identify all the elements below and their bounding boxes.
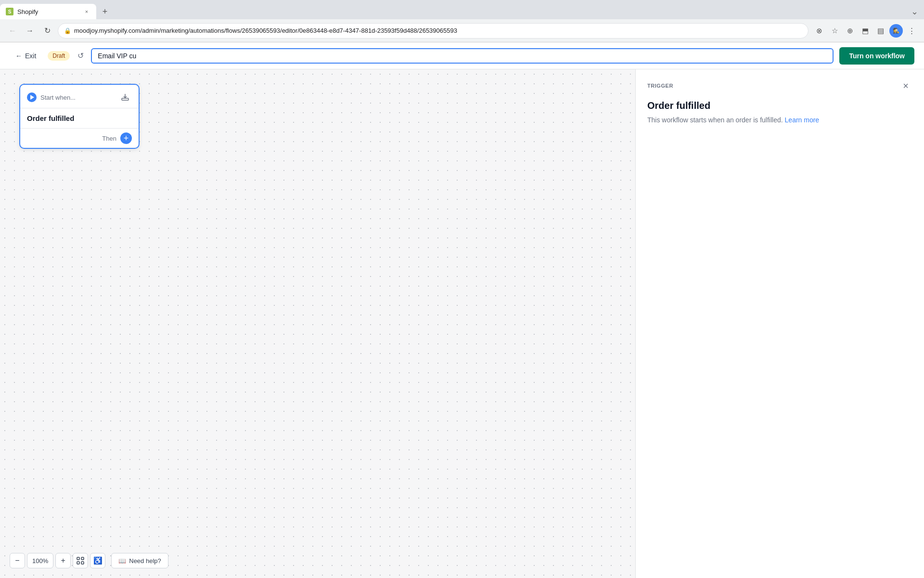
- exit-button[interactable]: ← Exit: [10, 49, 42, 63]
- add-step-button[interactable]: +: [120, 132, 132, 144]
- svg-rect-2: [77, 557, 79, 560]
- help-book-icon: 📖: [118, 557, 126, 565]
- zoom-level-text: 100%: [32, 557, 48, 565]
- forward-button[interactable]: →: [23, 24, 37, 38]
- node-start-when-label: Start when...: [40, 94, 76, 101]
- incognito-label: 🕵: [893, 27, 899, 34]
- zoom-minus-icon: −: [15, 556, 19, 565]
- refresh-icon: ↻: [44, 26, 51, 35]
- screenshot-button[interactable]: ⬒: [859, 24, 872, 38]
- node-trigger-title: Order fulfilled: [27, 114, 132, 122]
- draft-badge: Draft: [48, 51, 70, 61]
- extensions-button[interactable]: ⊕: [843, 24, 857, 38]
- workflow-trigger-node[interactable]: Start when... Order fulfilled Then +: [19, 84, 140, 149]
- sidebar-button[interactable]: ▤: [874, 24, 887, 38]
- node-header-left: Start when...: [27, 92, 76, 102]
- tab-title: Shopify: [17, 8, 79, 15]
- tab-close-button[interactable]: ×: [83, 8, 90, 15]
- back-icon: ←: [9, 26, 16, 35]
- lock-icon: 🔒: [64, 27, 71, 34]
- history-button[interactable]: ↺: [76, 51, 85, 61]
- accessibility-button[interactable]: ♿: [90, 553, 105, 568]
- node-body: Order fulfilled: [20, 108, 139, 128]
- workflow-name-input[interactable]: [91, 48, 834, 64]
- extensions-disabled-icon[interactable]: ⊗: [812, 24, 826, 38]
- canvas-toolbar: − 100% + ♿ 📖 Need help?: [10, 553, 168, 568]
- fit-to-screen-button[interactable]: [73, 553, 88, 568]
- browser-minimize-icon: ⌄: [911, 6, 918, 17]
- panel-body: Order fulfilled This workflow starts whe…: [636, 92, 924, 133]
- learn-more-link[interactable]: Learn more: [785, 116, 820, 124]
- forward-icon: →: [26, 26, 34, 35]
- fit-icon: [77, 557, 84, 565]
- panel-trigger-label: TRIGGER: [647, 83, 673, 89]
- then-label: Then: [102, 135, 116, 142]
- history-icon: ↺: [77, 51, 84, 60]
- main-layout: Start when... Order fulfilled Then +: [0, 69, 924, 578]
- canvas-area[interactable]: Start when... Order fulfilled Then +: [0, 69, 635, 578]
- svg-rect-5: [81, 562, 84, 564]
- node-header: Start when...: [20, 85, 139, 108]
- exit-icon: ←: [15, 52, 22, 60]
- tab-favicon: S: [6, 8, 13, 15]
- add-step-icon: +: [124, 134, 129, 143]
- accessibility-icon: ♿: [93, 556, 103, 565]
- trigger-icon: [27, 92, 37, 102]
- zoom-plus-icon: +: [61, 556, 65, 565]
- bookmark-button[interactable]: ☆: [828, 24, 841, 38]
- url-text: moodjoy.myshopify.com/admin/marketing/au…: [74, 27, 802, 34]
- zoom-in-button[interactable]: +: [55, 553, 71, 568]
- new-tab-button[interactable]: +: [98, 5, 112, 18]
- svg-rect-0: [122, 98, 128, 100]
- refresh-button[interactable]: ↻: [40, 24, 54, 38]
- panel-header: TRIGGER ×: [636, 69, 924, 92]
- trigger-arrow-icon: [30, 95, 34, 100]
- help-button[interactable]: 📖 Need help?: [111, 553, 168, 568]
- svg-rect-3: [81, 557, 84, 560]
- close-icon: ×: [903, 80, 909, 92]
- panel-close-button[interactable]: ×: [899, 79, 912, 92]
- help-label: Need help?: [129, 557, 161, 565]
- profile-button[interactable]: 🕵: [889, 24, 903, 38]
- panel-title: Order fulfilled: [647, 100, 912, 111]
- node-export-button[interactable]: [118, 91, 132, 104]
- export-icon: [121, 93, 129, 101]
- turn-on-workflow-button[interactable]: Turn on workflow: [839, 47, 914, 65]
- exit-label: Exit: [25, 52, 36, 60]
- browser-tab[interactable]: S Shopify ×: [0, 4, 96, 19]
- panel-description: This workflow starts when an order is fu…: [647, 115, 912, 125]
- svg-rect-4: [77, 562, 79, 564]
- app-header: ← Exit Draft ↺ Turn on workflow: [0, 42, 924, 69]
- right-panel: TRIGGER × Order fulfilled This workflow …: [635, 69, 924, 578]
- address-bar[interactable]: 🔒 moodjoy.myshopify.com/admin/marketing/…: [58, 23, 808, 39]
- node-footer: Then +: [20, 128, 139, 148]
- back-button[interactable]: ←: [6, 24, 19, 38]
- zoom-level-display: 100%: [27, 553, 53, 568]
- zoom-out-button[interactable]: −: [10, 553, 25, 568]
- browser-menu-button[interactable]: ⋮: [905, 24, 918, 38]
